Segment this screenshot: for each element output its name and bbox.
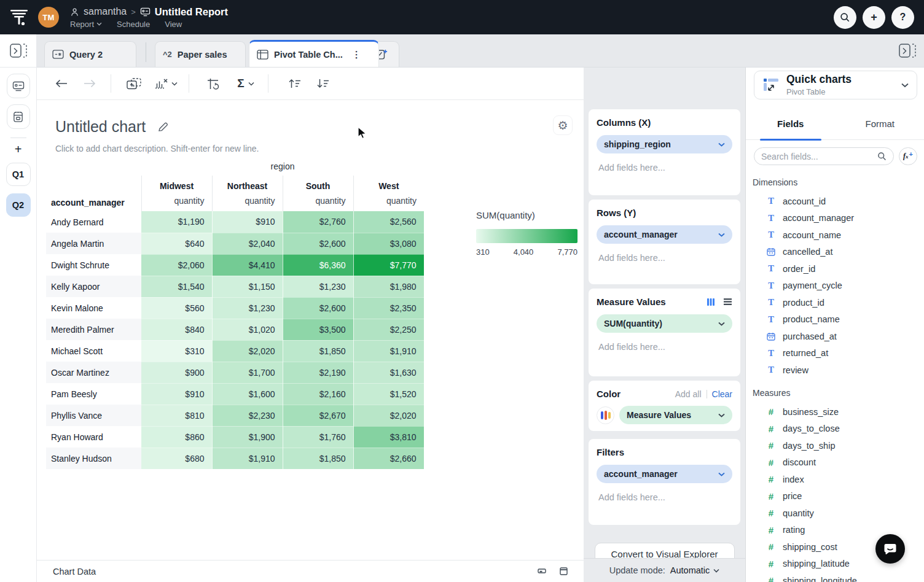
row-label[interactable]: Dwight Schrute [46, 254, 141, 276]
heatmap-cell[interactable]: $2,660 [353, 448, 424, 469]
heatmap-cell[interactable]: $680 [141, 448, 212, 469]
add-button[interactable]: + [863, 6, 885, 29]
add-formula-button[interactable]: fx+ [899, 147, 917, 165]
redo-button[interactable] [82, 79, 97, 88]
row-label[interactable]: Stanley Hudson [46, 448, 141, 469]
heatmap-cell[interactable]: $1,760 [283, 426, 353, 448]
columns-layout-icon[interactable] [707, 298, 715, 306]
heatmap-cell[interactable]: $1,910 [353, 340, 424, 362]
heatmap-cell[interactable]: $1,520 [353, 383, 424, 405]
heatmap-cell[interactable]: $810 [141, 405, 212, 426]
edit-pencil-icon[interactable] [158, 122, 168, 132]
collapse-panel-button[interactable] [538, 567, 546, 575]
color-clear-link[interactable]: Clear [712, 389, 732, 399]
help-button[interactable]: ? [891, 6, 914, 29]
heatmap-cell[interactable]: $2,060 [141, 254, 212, 276]
row-label[interactable]: Pam Beesly [46, 383, 141, 405]
right-panel-toggle[interactable] [898, 43, 917, 59]
support-chat-button[interactable] [875, 534, 905, 564]
heatmap-cell[interactable]: $910 [141, 383, 212, 405]
filter-pill-account-manager[interactable]: account_manager [597, 465, 732, 483]
heatmap-cell[interactable]: $2,600 [283, 233, 353, 254]
breadcrumb-report-title[interactable]: Untitled Report [155, 6, 228, 18]
field-item-review[interactable]: Treview [753, 362, 918, 379]
tab-pivot-table-chart[interactable]: Pivot Table Ch... ⋮ [249, 40, 379, 67]
heatmap-cell[interactable]: $900 [141, 362, 212, 383]
field-item-quantity[interactable]: #quantity [753, 505, 918, 522]
sort-ascending-button[interactable] [287, 79, 302, 88]
heatmap-cell[interactable]: $1,150 [212, 276, 283, 297]
field-item-returned_at[interactable]: Treturned_at [753, 345, 918, 362]
delete-chart-button[interactable] [154, 78, 178, 89]
tab-fields[interactable]: Fields [746, 107, 836, 139]
row-label[interactable]: Kevin Malone [46, 297, 141, 319]
app-logo[interactable] [0, 0, 38, 34]
heatmap-cell[interactable]: $2,020 [212, 340, 283, 362]
heatmap-cell[interactable]: $3,500 [283, 319, 353, 340]
heatmap-cell[interactable]: $840 [141, 319, 212, 340]
menu-view[interactable]: View [165, 20, 182, 29]
field-item-index[interactable]: #index [753, 471, 918, 488]
field-item-price[interactable]: #price [753, 488, 918, 505]
aggregate-button[interactable]: Σ [235, 77, 257, 90]
row-label[interactable]: Meredith Palmer [46, 319, 141, 340]
row-label[interactable]: Oscar Martinez [46, 362, 141, 383]
undo-button[interactable] [54, 79, 69, 88]
column-header[interactable]: Midwestquantity [141, 176, 212, 211]
heatmap-cell[interactable]: $560 [141, 297, 212, 319]
add-query-button[interactable]: + [15, 143, 22, 155]
heatmap-cell[interactable]: $3,810 [353, 426, 424, 448]
field-item-payment_cycle[interactable]: Tpayment_cycle [753, 277, 918, 295]
heatmap-cell[interactable]: $2,560 [353, 211, 424, 233]
menu-schedule[interactable]: Schedule [117, 20, 150, 29]
search-fields-box[interactable] [754, 147, 894, 165]
heatmap-cell[interactable]: $2,160 [283, 383, 353, 405]
tab-query-2[interactable]: Query 2 [44, 41, 136, 67]
search-fields-input[interactable] [761, 152, 872, 161]
heatmap-cell[interactable]: $2,190 [283, 362, 353, 383]
sort-descending-button[interactable] [315, 79, 330, 88]
field-item-order_id[interactable]: Torder_id [753, 260, 918, 277]
heatmap-cell[interactable]: $1,630 [353, 362, 424, 383]
heatmap-cell[interactable]: $1,980 [353, 276, 424, 297]
heatmap-cell[interactable]: $1,900 [212, 426, 283, 448]
tab-format[interactable]: Format [836, 107, 924, 139]
chart-data-bar[interactable]: Chart Data [37, 560, 584, 582]
tab-paper-sales[interactable]: ^2 Paper sales [155, 41, 246, 67]
measure-pill-sum-quantity[interactable]: SUM(quantity) [597, 314, 732, 333]
heatmap-cell[interactable]: $860 [141, 426, 212, 448]
field-item-product_name[interactable]: Tproduct_name [753, 311, 918, 328]
heatmap-cell[interactable]: $2,020 [353, 405, 424, 426]
columns-pill-shipping-region[interactable]: shipping_region [597, 135, 732, 153]
field-item-purchased_at[interactable]: purchased_at [753, 328, 918, 345]
notebook-nav-button[interactable] [7, 104, 30, 129]
transpose-pivot-button[interactable] [205, 78, 221, 90]
row-label[interactable]: Kelly Kapoor [46, 276, 141, 297]
heatmap-cell[interactable]: $1,230 [283, 276, 353, 297]
update-mode-select[interactable]: Automatic [670, 565, 719, 575]
heatmap-cell[interactable]: $1,540 [141, 276, 212, 297]
expand-panel-button[interactable] [560, 567, 568, 575]
row-label[interactable]: Angela Martin [46, 233, 141, 254]
heatmap-cell[interactable]: $2,760 [283, 211, 353, 233]
rows-layout-icon[interactable] [723, 298, 732, 306]
chart-title[interactable]: Untitled chart [55, 118, 146, 136]
heatmap-cell[interactable]: $2,670 [283, 405, 353, 426]
rows-add-fields[interactable]: Add fields here... [597, 253, 732, 263]
field-item-shipping_longitude[interactable]: #shipping_longitude [753, 572, 918, 582]
row-label[interactable]: Phyllis Vance [46, 405, 141, 426]
report-nav-button[interactable] [7, 74, 30, 98]
row-label[interactable]: Michael Scott [46, 340, 141, 362]
chart-type-picker[interactable]: Quick charts Pivot Table [754, 71, 917, 99]
heatmap-cell[interactable]: $6,360 [283, 254, 353, 276]
row-label[interactable]: Andy Bernard [46, 211, 141, 233]
heatmap-cell[interactable]: $1,020 [212, 319, 283, 340]
heatmap-cell[interactable]: $1,850 [283, 448, 353, 469]
heatmap-cell[interactable]: $2,350 [353, 297, 424, 319]
menu-report[interactable]: Report [70, 20, 102, 29]
heatmap-cell[interactable]: $3,080 [353, 233, 424, 254]
heatmap-cell[interactable]: $2,230 [212, 405, 283, 426]
field-item-discount[interactable]: #discount [753, 454, 918, 471]
search-button[interactable] [834, 6, 856, 29]
color-pill-measure-values[interactable]: Measure Values [619, 406, 732, 424]
